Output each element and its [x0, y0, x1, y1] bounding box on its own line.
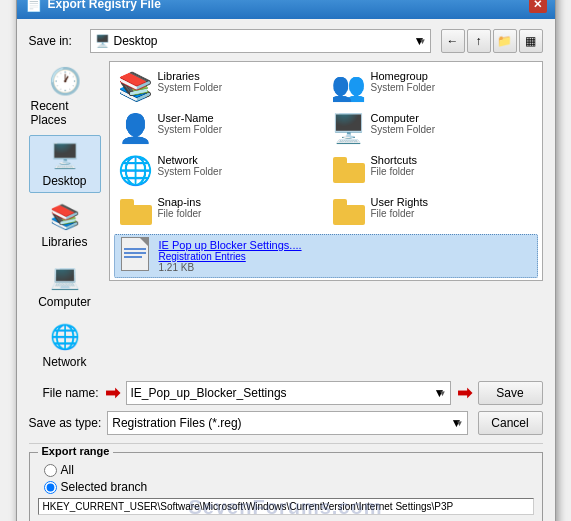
radio-selected[interactable] [44, 481, 57, 494]
new-folder-button[interactable]: 📁 [493, 29, 517, 53]
file-type: System Folder [371, 124, 532, 135]
sidebar-item-label: Desktop [42, 174, 86, 188]
sidebar-item-network[interactable]: 🌐 Network [29, 317, 101, 373]
userrights-file-icon [333, 196, 365, 228]
sidebar-item-label: Network [42, 355, 86, 369]
sidebar: 🕐 Recent Places 🖥️ Desktop 📚 Libraries [29, 61, 101, 373]
saveas-row: Save as type: Registration Files (*.reg)… [29, 411, 543, 435]
title-bar-left: 📄 Export Registry File [25, 0, 161, 12]
regfile-icon [121, 239, 153, 271]
libraries-icon: 📚 [49, 201, 81, 233]
export-range-box: Export range All Selected branch HKEY_CU… [29, 452, 543, 521]
sidebar-item-desktop[interactable]: 🖥️ Desktop [29, 135, 101, 193]
export-range-section: Export range All Selected branch HKEY_CU… [29, 443, 543, 521]
sidebar-item-libraries[interactable]: 📚 Libraries [29, 197, 101, 253]
cancel-button[interactable]: Cancel [478, 411, 543, 435]
radio-all-row: All [38, 463, 534, 477]
file-name: Libraries [158, 70, 319, 82]
file-name: Homegroup [371, 70, 532, 82]
file-item-username[interactable]: 👤 User-Name System Folder [114, 108, 325, 148]
desktop-icon: 🖥️ [49, 140, 81, 172]
saveas-dropdown-arrow: ▼ [451, 416, 463, 430]
file-item-shortcuts[interactable]: Shortcuts File folder [327, 150, 538, 190]
file-item-iepop[interactable]: IE Pop up Blocker Settings.... Registrat… [114, 234, 538, 278]
file-item-libraries[interactable]: 📚 Libraries System Folder [114, 66, 325, 106]
save-in-row: Save in: 🖥️ Desktop ▼ ← ↑ 📁 ▦ [29, 29, 543, 53]
sidebar-item-label: Libraries [41, 235, 87, 249]
snapins-file-icon [120, 196, 152, 228]
save-in-label: Save in: [29, 34, 84, 48]
sidebar-item-label: Computer [38, 295, 91, 309]
arrow-right-icon: ➡ [105, 382, 120, 404]
filename-dropdown-arrow: ▼ [434, 386, 446, 400]
save-in-value: Desktop [114, 34, 414, 48]
filename-row: File name: ➡ IE_Pop_up_Blocker_Settings … [29, 381, 543, 405]
file-type: File folder [371, 208, 532, 219]
file-name: User Rights [371, 196, 532, 208]
saveas-label: Save as type: [29, 416, 102, 430]
view-button[interactable]: ▦ [519, 29, 543, 53]
toolbar-buttons: ← ↑ 📁 ▦ [441, 29, 543, 53]
saveas-dropdown[interactable]: Registration Files (*.reg) ▼ [107, 411, 467, 435]
sidebar-item-computer[interactable]: 💻 Computer [29, 257, 101, 313]
button-row: Save [478, 381, 543, 405]
save-in-dropdown-wrapper[interactable]: 🖥️ Desktop ▼ [90, 29, 431, 53]
file-type: File folder [158, 208, 319, 219]
file-type: System Folder [158, 82, 319, 93]
file-item-computer[interactable]: 🖥️ Computer System Folder [327, 108, 538, 148]
file-item-userrights[interactable]: User Rights File folder [327, 192, 538, 232]
saveas-value: Registration Files (*.reg) [112, 416, 450, 430]
save-button[interactable]: Save [478, 381, 543, 405]
radio-all-label: All [61, 463, 74, 477]
file-type: System Folder [371, 82, 532, 93]
file-name: IE Pop up Blocker Settings.... [159, 239, 531, 251]
file-item-network[interactable]: 🌐 Network System Folder [114, 150, 325, 190]
network-file-icon: 🌐 [120, 154, 152, 186]
arrow-right2-icon: ➡ [457, 382, 472, 404]
computer-icon: 💻 [49, 261, 81, 293]
saveas-dropdown-wrapper[interactable]: Registration Files (*.reg) ▼ [107, 411, 467, 435]
export-registry-dialog: 📄 Export Registry File ✕ Save in: 🖥️ Des… [16, 0, 556, 521]
dialog-icon: 📄 [25, 0, 42, 12]
dialog-title: Export Registry File [48, 0, 161, 11]
filename-label: File name: [29, 386, 99, 400]
file-pane: 📚 Libraries System Folder 👥 Homegroup Sy… [109, 61, 543, 281]
file-item-homegroup[interactable]: 👥 Homegroup System Folder [327, 66, 538, 106]
radio-selected-label: Selected branch [61, 480, 148, 494]
network-icon: 🌐 [49, 321, 81, 353]
close-button[interactable]: ✕ [529, 0, 547, 13]
sidebar-item-recent-places[interactable]: 🕐 Recent Places [29, 61, 101, 131]
recent-places-icon: 🕐 [49, 65, 81, 97]
back-button[interactable]: ← [441, 29, 465, 53]
file-name: Shortcuts [371, 154, 532, 166]
save-in-dropdown[interactable]: 🖥️ Desktop ▼ [90, 29, 431, 53]
filename-value: IE_Pop_up_Blocker_Settings [131, 386, 287, 400]
main-area: 🕐 Recent Places 🖥️ Desktop 📚 Libraries [29, 61, 543, 373]
dropdown-arrow-icon: ▼ [414, 34, 426, 48]
file-type: Registration Entries [159, 251, 531, 262]
file-type: System Folder [158, 124, 319, 135]
file-name: User-Name [158, 112, 319, 124]
radio-selected-row: Selected branch [38, 480, 534, 494]
shortcuts-file-icon [333, 154, 365, 186]
dialog-body: Save in: 🖥️ Desktop ▼ ← ↑ 📁 ▦ [17, 19, 555, 521]
homegroup-file-icon: 👥 [333, 70, 365, 102]
computer-file-icon: 🖥️ [333, 112, 365, 144]
file-name: Snap-ins [158, 196, 319, 208]
filename-input[interactable]: IE_Pop_up_Blocker_Settings ▼ [126, 381, 451, 405]
radio-all[interactable] [44, 464, 57, 477]
file-type: System Folder [158, 166, 319, 177]
file-name: Network [158, 154, 319, 166]
sidebar-item-label: Recent Places [31, 99, 99, 127]
folder-icon: 🖥️ [95, 34, 110, 48]
filename-input-wrapper: IE_Pop_up_Blocker_Settings ▼ [126, 381, 451, 405]
file-size: 1.21 KB [159, 262, 531, 273]
export-range-title: Export range [38, 445, 114, 457]
user-file-icon: 👤 [120, 112, 152, 144]
reg-path: HKEY_CURRENT_USER\Software\Microsoft\Win… [38, 498, 534, 515]
libraries-file-icon: 📚 [120, 70, 152, 102]
up-button[interactable]: ↑ [467, 29, 491, 53]
title-bar: 📄 Export Registry File ✕ [17, 0, 555, 19]
file-item-snapins[interactable]: Snap-ins File folder [114, 192, 325, 232]
file-name: Computer [371, 112, 532, 124]
